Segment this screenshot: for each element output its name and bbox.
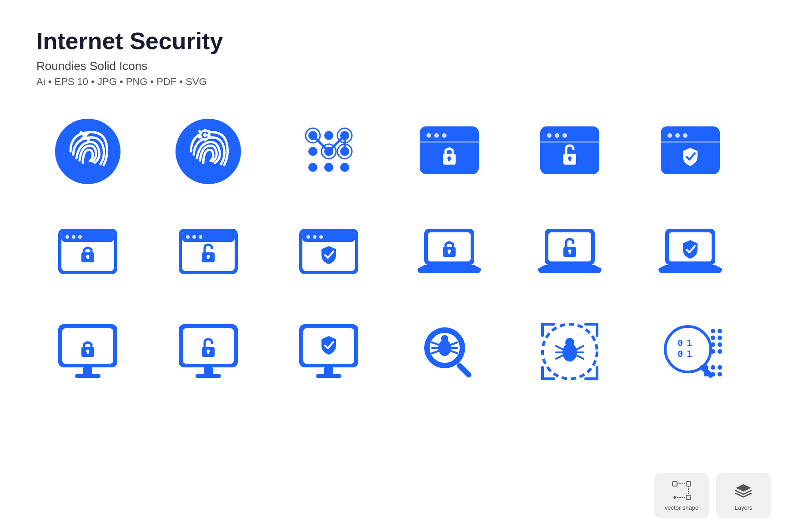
icon-fingerprint-settings	[157, 115, 259, 188]
svg-rect-115	[456, 362, 472, 379]
svg-text:0: 0	[678, 337, 683, 348]
svg-line-124	[577, 356, 583, 359]
svg-point-49	[683, 133, 688, 138]
svg-rect-147	[686, 495, 691, 500]
icon-window-shield	[277, 215, 380, 288]
svg-text:0: 0	[678, 348, 683, 359]
vector-shape-button[interactable]: vector shape	[654, 473, 709, 518]
icon-monitor-locked	[36, 315, 139, 388]
icon-browser-locked	[398, 115, 500, 188]
svg-text:1: 1	[687, 337, 692, 348]
icon-bug-search	[398, 315, 500, 388]
svg-point-33	[442, 133, 447, 138]
svg-point-148	[673, 496, 676, 499]
svg-point-5	[203, 133, 207, 137]
svg-point-139	[711, 365, 715, 370]
svg-point-130	[711, 329, 715, 333]
icon-monitor-shield	[277, 315, 380, 388]
svg-point-32	[434, 133, 439, 138]
svg-rect-62	[182, 232, 235, 242]
svg-point-54	[65, 235, 69, 239]
layers-label: Layers	[734, 504, 752, 511]
svg-rect-42	[540, 141, 599, 143]
svg-rect-79	[448, 251, 450, 254]
svg-text:1: 1	[687, 348, 692, 359]
svg-rect-37	[448, 158, 450, 161]
svg-rect-90	[75, 374, 100, 378]
svg-point-73	[313, 235, 316, 239]
svg-line-121	[556, 356, 562, 359]
svg-point-63	[186, 235, 190, 239]
bottom-panel: vector shape Layers	[654, 473, 771, 518]
svg-rect-84	[569, 251, 571, 254]
svg-point-48	[675, 133, 680, 138]
icon-window-unlocked	[157, 215, 259, 288]
icon-laptop-unlocked	[518, 215, 621, 288]
svg-point-20	[308, 163, 317, 172]
icon-window-locked	[36, 215, 139, 288]
svg-point-135	[718, 342, 722, 347]
svg-rect-50	[661, 141, 720, 143]
layers-icon	[733, 481, 753, 501]
icon-laptop-locked	[398, 215, 500, 288]
icon-bug-scan	[518, 315, 621, 388]
svg-rect-88	[62, 328, 113, 364]
svg-point-136	[711, 349, 715, 354]
layers-button[interactable]: Layers	[716, 473, 771, 518]
icon-binary-search: 0 1 0 1	[639, 315, 741, 388]
svg-point-131	[718, 329, 722, 333]
svg-rect-34	[420, 141, 479, 143]
icon-pattern-lock	[277, 115, 380, 188]
svg-point-140	[718, 365, 722, 370]
svg-point-0	[55, 119, 120, 184]
vector-shape-label: vector shape	[665, 504, 698, 511]
svg-point-143	[718, 372, 722, 376]
icon-browser-unlocked	[518, 115, 621, 188]
svg-rect-6	[204, 129, 206, 132]
svg-rect-145	[673, 482, 677, 486]
svg-rect-95	[183, 328, 234, 364]
icon-fingerprint-error	[36, 115, 139, 188]
icon-laptop-shield	[639, 215, 741, 288]
svg-rect-53	[61, 232, 114, 242]
svg-rect-146	[686, 482, 691, 486]
svg-point-134	[711, 342, 715, 347]
svg-point-15	[324, 131, 333, 140]
svg-rect-59	[87, 256, 89, 259]
svg-point-74	[319, 235, 323, 239]
vector-shape-icon	[672, 481, 692, 501]
icons-grid: 0 1 0 1	[36, 115, 741, 388]
icon-browser-shield	[639, 115, 741, 188]
svg-line-122	[577, 346, 583, 349]
svg-point-137	[718, 349, 722, 354]
svg-point-21	[324, 163, 333, 172]
icon-monitor-unlocked	[157, 315, 259, 388]
page-title: Internet Security	[36, 27, 762, 55]
svg-rect-7	[204, 138, 206, 141]
svg-point-65	[199, 235, 202, 239]
formats: Ai • EPS 10 • JPG • PNG • PDF • SVG	[36, 76, 762, 88]
svg-point-41	[562, 133, 567, 138]
svg-rect-45	[569, 158, 571, 161]
svg-point-47	[668, 133, 672, 138]
svg-rect-100	[207, 351, 209, 354]
svg-point-55	[72, 235, 75, 239]
header: Internet Security Roundies Solid Icons A…	[36, 27, 762, 88]
svg-rect-97	[196, 374, 221, 378]
svg-point-22	[340, 163, 349, 172]
svg-rect-68	[207, 256, 209, 259]
svg-point-3	[176, 119, 241, 184]
svg-point-40	[555, 133, 559, 138]
svg-point-56	[78, 235, 82, 239]
svg-point-64	[192, 235, 196, 239]
svg-rect-93	[87, 351, 89, 354]
svg-point-39	[547, 133, 552, 138]
svg-point-118	[565, 338, 574, 347]
svg-point-132	[711, 336, 715, 340]
svg-point-72	[306, 235, 310, 239]
svg-point-17	[308, 147, 317, 156]
svg-point-31	[427, 133, 431, 138]
subtitle: Roundies Solid Icons	[36, 59, 762, 73]
svg-point-133	[718, 336, 722, 340]
svg-rect-104	[316, 374, 341, 378]
